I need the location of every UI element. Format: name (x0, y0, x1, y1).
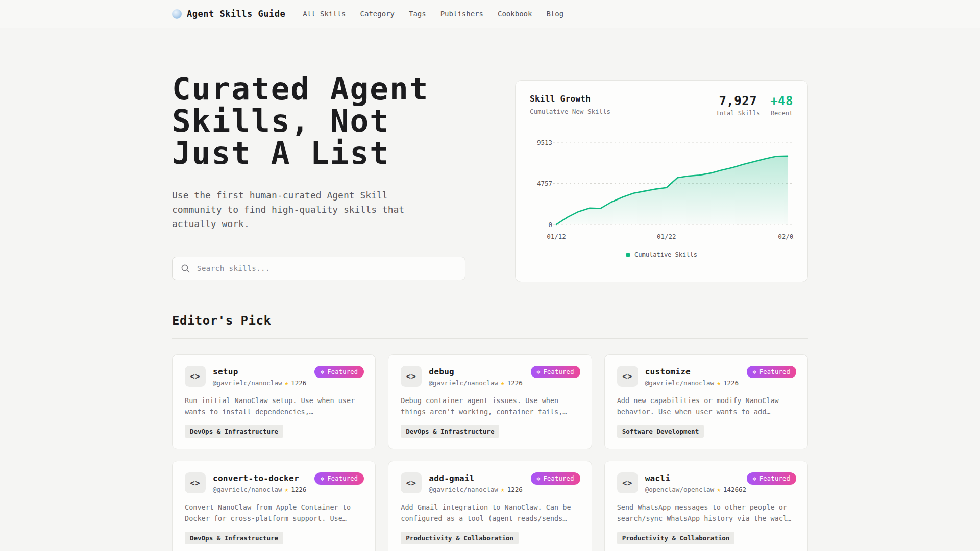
search-icon (181, 264, 190, 273)
navbar: Agent Skills Guide All SkillsCategoryTag… (0, 0, 980, 28)
nav-link-publishers[interactable]: Publishers (440, 10, 483, 18)
brand[interactable]: Agent Skills Guide (172, 9, 285, 19)
recent-value: +48 (770, 94, 793, 108)
featured-badge-label: Featured (543, 475, 574, 482)
star-count: 1226 (723, 379, 739, 387)
skill-title: customize (645, 367, 739, 377)
skill-title: wacli (645, 473, 746, 483)
skill-card-customize[interactable]: <> customize @gavrielc/nanoclaw ★1226 ✻ … (604, 354, 808, 449)
code-icon: <> (617, 366, 638, 387)
nav-link-category[interactable]: Category (360, 10, 395, 18)
skill-author-row: @gavrielc/nanoclaw ★1226 (429, 486, 522, 493)
skill-card-setup[interactable]: <> setup @gavrielc/nanoclaw ★1226 ✻ Feat… (172, 354, 376, 449)
category-chip[interactable]: Productivity & Collaboration (401, 532, 519, 544)
skill-description: Debug container agent issues. Use when t… (401, 395, 579, 417)
skill-description: Add new capabilities or modify NanoClaw … (617, 395, 795, 417)
y-axis-tick: 4757 (537, 180, 552, 187)
category-chip[interactable]: DevOps & Infrastructure (185, 532, 283, 544)
featured-badge-label: Featured (327, 368, 358, 375)
code-icon: <> (185, 366, 206, 387)
skill-card-convert-to-docker[interactable]: <> convert-to-docker @gavrielc/nanoclaw … (172, 461, 376, 551)
featured-badge: ✻ Featured (314, 366, 364, 378)
category-chip[interactable]: Productivity & Collaboration (617, 532, 735, 544)
skill-title: add-gmail (429, 473, 522, 483)
x-axis-tick: 01/12 (547, 233, 566, 240)
nav-link-tags[interactable]: Tags (409, 10, 426, 18)
skill-author[interactable]: @gavrielc/nanoclaw (645, 379, 714, 387)
y-axis-tick: 0 (548, 221, 552, 229)
area-fill (556, 156, 788, 224)
brand-name: Agent Skills Guide (187, 9, 285, 19)
hero-section: Curated Agent Skills, Not Just A List Us… (172, 28, 808, 282)
hero-subtitle: Use the first human-curated Agent Skill … (172, 188, 443, 231)
skill-author[interactable]: @openclaw/openclaw (645, 486, 714, 493)
featured-badge: ✻ Featured (747, 366, 796, 378)
total-skills-value: 7,927 (716, 94, 760, 108)
skill-author[interactable]: @gavrielc/nanoclaw (429, 379, 498, 387)
code-icon: <> (617, 472, 638, 493)
logo-icon (172, 9, 182, 19)
nav-link-blog[interactable]: Blog (546, 10, 564, 18)
nav-link-all-skills[interactable]: All Skills (303, 10, 346, 18)
skill-growth-card: Skill Growth Cumulative New Skills 7,927… (515, 80, 808, 282)
x-axis-tick: 01/22 (657, 233, 676, 240)
recent-label: Recent (770, 110, 793, 117)
category-chip[interactable]: Software Development (617, 425, 704, 438)
search-input[interactable] (196, 264, 457, 273)
star-count: 1226 (507, 379, 523, 387)
skill-author-row: @gavrielc/nanoclaw ★1226 (429, 379, 522, 387)
star-count: 1226 (507, 486, 523, 493)
stat-total-skills: 7,927 Total Skills (716, 94, 760, 117)
chart-title: Skill Growth (530, 94, 610, 104)
code-icon: <> (401, 472, 422, 493)
category-chip[interactable]: DevOps & Infrastructure (185, 425, 283, 438)
sparkle-icon: ✻ (321, 369, 324, 375)
skill-card-debug[interactable]: <> debug @gavrielc/nanoclaw ★1226 ✻ Feat… (388, 354, 592, 449)
nav-links: All SkillsCategoryTagsPublishersCookbook… (303, 10, 564, 18)
skill-author-row: @gavrielc/nanoclaw ★1226 (213, 486, 306, 493)
legend-label: Cumulative Skills (634, 251, 697, 258)
featured-badge-label: Featured (760, 368, 790, 375)
star-icon: ★ (284, 486, 288, 493)
search-box[interactable] (172, 257, 465, 280)
featured-badge: ✻ Featured (314, 472, 364, 485)
skill-description: Send WhatsApp messages to other people o… (617, 502, 795, 524)
skill-title: setup (213, 367, 306, 377)
featured-badge-label: Featured (543, 368, 574, 375)
editors-pick-section: Editor's Pick <> setup @gavrielc/nanocla… (172, 314, 808, 551)
sparkle-icon: ✻ (753, 476, 756, 482)
skill-description: Convert NanoClaw from Apple Container to… (185, 502, 363, 524)
star-icon: ★ (717, 379, 721, 387)
sparkle-icon: ✻ (537, 369, 541, 375)
skill-title: debug (429, 367, 522, 377)
chart-subtitle: Cumulative New Skills (530, 108, 610, 115)
star-icon: ★ (284, 379, 288, 387)
category-chip[interactable]: DevOps & Infrastructure (401, 425, 499, 438)
skill-card-wacli[interactable]: <> wacli @openclaw/openclaw ★142662 ✻ Fe… (604, 461, 808, 551)
skill-author[interactable]: @gavrielc/nanoclaw (429, 486, 498, 493)
featured-badge-label: Featured (327, 475, 358, 482)
star-icon: ★ (717, 486, 721, 493)
sparkle-icon: ✻ (753, 369, 756, 375)
star-count: 1226 (291, 486, 306, 493)
sparkle-icon: ✻ (321, 476, 324, 482)
chart-legend: Cumulative Skills (530, 251, 793, 258)
x-axis-tick: 02/02 (778, 233, 794, 240)
skill-description: Add Gmail integration to NanoClaw. Can b… (401, 502, 579, 524)
y-axis-tick: 9513 (537, 139, 552, 146)
skill-author[interactable]: @gavrielc/nanoclaw (213, 486, 282, 493)
skill-author-row: @gavrielc/nanoclaw ★1226 (645, 379, 739, 387)
sparkle-icon: ✻ (537, 476, 541, 482)
star-count: 1226 (291, 379, 306, 387)
featured-badge: ✻ Featured (531, 366, 580, 378)
stat-recent: +48 Recent (770, 94, 793, 117)
skill-cards-grid: <> setup @gavrielc/nanoclaw ★1226 ✻ Feat… (172, 354, 808, 551)
nav-link-cookbook[interactable]: Cookbook (498, 10, 532, 18)
star-count: 142662 (723, 486, 746, 493)
code-icon: <> (401, 366, 422, 387)
skill-author-row: @openclaw/openclaw ★142662 (645, 486, 746, 493)
legend-dot-icon (626, 253, 630, 257)
skill-author[interactable]: @gavrielc/nanoclaw (213, 379, 282, 387)
skill-card-add-gmail[interactable]: <> add-gmail @gavrielc/nanoclaw ★1226 ✻ … (388, 461, 592, 551)
featured-badge: ✻ Featured (531, 472, 580, 485)
